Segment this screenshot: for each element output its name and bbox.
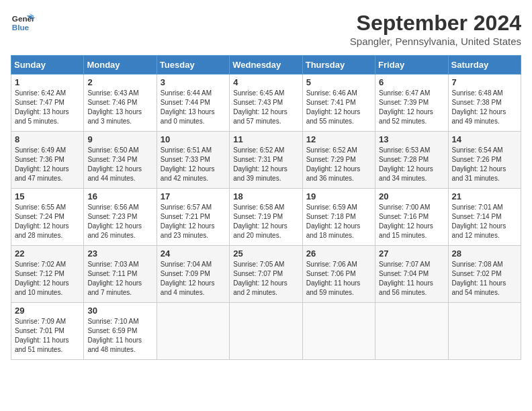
day-info: Sunrise: 7:08 AMSunset: 7:02 PMDaylight:… — [452, 260, 517, 298]
calendar-cell: 11Sunrise: 6:52 AMSunset: 7:31 PMDayligh… — [230, 132, 302, 189]
calendar-cell: 29Sunrise: 7:09 AMSunset: 7:01 PMDayligh… — [11, 303, 84, 360]
header: General Blue September 2024 Spangler, Pe… — [11, 11, 521, 47]
calendar-cell: 7Sunrise: 6:48 AMSunset: 7:38 PMDaylight… — [448, 75, 521, 132]
day-number: 8 — [15, 134, 80, 144]
day-number: 23 — [87, 248, 152, 259]
day-number: 14 — [452, 134, 517, 144]
day-number: 6 — [379, 77, 444, 87]
day-info: Sunrise: 6:46 AMSunset: 7:41 PMDaylight:… — [306, 89, 371, 126]
calendar-cell: 24Sunrise: 7:04 AMSunset: 7:09 PMDayligh… — [157, 246, 229, 303]
day-number: 27 — [379, 248, 444, 259]
calendar-cell: 3Sunrise: 6:44 AMSunset: 7:44 PMDaylight… — [157, 75, 229, 132]
calendar-cell: 10Sunrise: 6:51 AMSunset: 7:33 PMDayligh… — [157, 132, 229, 189]
header-day-tuesday: Tuesday — [157, 56, 229, 75]
day-info: Sunrise: 6:55 AMSunset: 7:24 PMDaylight:… — [15, 203, 80, 240]
calendar-cell: 2Sunrise: 6:43 AMSunset: 7:46 PMDaylight… — [84, 75, 157, 132]
header-day-wednesday: Wednesday — [230, 56, 302, 75]
calendar-cell — [302, 303, 375, 360]
week-row-1: 1Sunrise: 6:42 AMSunset: 7:47 PMDaylight… — [11, 75, 521, 132]
day-info: Sunrise: 6:52 AMSunset: 7:29 PMDaylight:… — [306, 146, 371, 183]
day-number: 11 — [233, 134, 298, 144]
calendar-cell: 22Sunrise: 7:02 AMSunset: 7:12 PMDayligh… — [11, 246, 84, 303]
calendar-cell: 25Sunrise: 7:05 AMSunset: 7:07 PMDayligh… — [230, 246, 302, 303]
day-number: 2 — [87, 77, 152, 87]
calendar-cell: 18Sunrise: 6:58 AMSunset: 7:19 PMDayligh… — [230, 189, 302, 246]
day-info: Sunrise: 7:00 AMSunset: 7:16 PMDaylight:… — [379, 203, 444, 240]
day-number: 24 — [161, 248, 226, 259]
day-number: 16 — [87, 191, 152, 201]
calendar-cell: 16Sunrise: 6:56 AMSunset: 7:23 PMDayligh… — [84, 189, 157, 246]
calendar-cell: 19Sunrise: 6:59 AMSunset: 7:18 PMDayligh… — [302, 189, 375, 246]
calendar-cell: 20Sunrise: 7:00 AMSunset: 7:16 PMDayligh… — [375, 189, 448, 246]
day-info: Sunrise: 6:44 AMSunset: 7:44 PMDaylight:… — [161, 89, 226, 126]
day-number: 9 — [87, 134, 152, 144]
day-number: 26 — [306, 248, 371, 259]
calendar-cell: 23Sunrise: 7:03 AMSunset: 7:11 PMDayligh… — [84, 246, 157, 303]
day-info: Sunrise: 6:48 AMSunset: 7:38 PMDaylight:… — [452, 89, 517, 126]
day-number: 3 — [161, 77, 226, 87]
calendar-cell: 14Sunrise: 6:54 AMSunset: 7:26 PMDayligh… — [448, 132, 521, 189]
day-info: Sunrise: 7:05 AMSunset: 7:07 PMDaylight:… — [233, 260, 298, 298]
day-number: 1 — [15, 77, 80, 87]
calendar-cell: 8Sunrise: 6:49 AMSunset: 7:36 PMDaylight… — [11, 132, 84, 189]
day-number: 5 — [306, 77, 371, 87]
svg-text:Blue: Blue — [12, 23, 30, 32]
week-row-3: 15Sunrise: 6:55 AMSunset: 7:24 PMDayligh… — [11, 189, 521, 246]
day-info: Sunrise: 7:06 AMSunset: 7:06 PMDaylight:… — [306, 260, 371, 298]
day-number: 7 — [452, 77, 517, 87]
calendar-cell: 30Sunrise: 7:10 AMSunset: 6:59 PMDayligh… — [84, 303, 157, 360]
day-number: 20 — [379, 191, 444, 201]
day-info: Sunrise: 6:58 AMSunset: 7:19 PMDaylight:… — [233, 203, 298, 240]
day-number: 29 — [15, 306, 80, 316]
calendar-cell: 26Sunrise: 7:06 AMSunset: 7:06 PMDayligh… — [302, 246, 375, 303]
logo-icon: General Blue — [11, 11, 35, 35]
calendar-cell: 15Sunrise: 6:55 AMSunset: 7:24 PMDayligh… — [11, 189, 84, 246]
header-day-saturday: Saturday — [448, 56, 521, 75]
day-info: Sunrise: 7:01 AMSunset: 7:14 PMDaylight:… — [452, 203, 517, 240]
calendar-cell — [375, 303, 448, 360]
day-number: 19 — [306, 191, 371, 201]
day-info: Sunrise: 6:42 AMSunset: 7:47 PMDaylight:… — [15, 89, 80, 126]
title-block: September 2024 Spangler, Pennsylvania, U… — [350, 11, 521, 47]
calendar-cell: 4Sunrise: 6:45 AMSunset: 7:43 PMDaylight… — [230, 75, 302, 132]
day-number: 17 — [161, 191, 226, 201]
day-info: Sunrise: 7:02 AMSunset: 7:12 PMDaylight:… — [15, 260, 80, 298]
day-info: Sunrise: 6:54 AMSunset: 7:26 PMDaylight:… — [452, 146, 517, 183]
calendar-cell: 9Sunrise: 6:50 AMSunset: 7:34 PMDaylight… — [84, 132, 157, 189]
day-number: 21 — [452, 191, 517, 201]
calendar-cell: 13Sunrise: 6:53 AMSunset: 7:28 PMDayligh… — [375, 132, 448, 189]
day-info: Sunrise: 7:03 AMSunset: 7:11 PMDaylight:… — [87, 260, 152, 298]
day-info: Sunrise: 6:43 AMSunset: 7:46 PMDaylight:… — [87, 89, 152, 126]
calendar-cell — [448, 303, 521, 360]
day-info: Sunrise: 6:53 AMSunset: 7:28 PMDaylight:… — [379, 146, 444, 183]
day-number: 25 — [233, 248, 298, 259]
calendar-cell: 5Sunrise: 6:46 AMSunset: 7:41 PMDaylight… — [302, 75, 375, 132]
calendar-cell: 27Sunrise: 7:07 AMSunset: 7:04 PMDayligh… — [375, 246, 448, 303]
day-info: Sunrise: 7:04 AMSunset: 7:09 PMDaylight:… — [161, 260, 226, 298]
day-info: Sunrise: 6:59 AMSunset: 7:18 PMDaylight:… — [306, 203, 371, 240]
day-info: Sunrise: 6:52 AMSunset: 7:31 PMDaylight:… — [233, 146, 298, 183]
day-number: 15 — [15, 191, 80, 201]
calendar-table: SundayMondayTuesdayWednesdayThursdayFrid… — [11, 55, 521, 360]
day-number: 10 — [161, 134, 226, 144]
day-number: 30 — [87, 306, 152, 316]
calendar-cell: 17Sunrise: 6:57 AMSunset: 7:21 PMDayligh… — [157, 189, 229, 246]
calendar-cell: 6Sunrise: 6:47 AMSunset: 7:39 PMDaylight… — [375, 75, 448, 132]
day-number: 12 — [306, 134, 371, 144]
day-info: Sunrise: 6:49 AMSunset: 7:36 PMDaylight:… — [15, 146, 80, 183]
week-row-5: 29Sunrise: 7:09 AMSunset: 7:01 PMDayligh… — [11, 303, 521, 360]
day-info: Sunrise: 6:51 AMSunset: 7:33 PMDaylight:… — [161, 146, 226, 183]
day-number: 18 — [233, 191, 298, 201]
day-number: 4 — [233, 77, 298, 87]
week-row-2: 8Sunrise: 6:49 AMSunset: 7:36 PMDaylight… — [11, 132, 521, 189]
day-info: Sunrise: 7:09 AMSunset: 7:01 PMDaylight:… — [15, 317, 80, 355]
week-row-4: 22Sunrise: 7:02 AMSunset: 7:12 PMDayligh… — [11, 246, 521, 303]
calendar-header-row: SundayMondayTuesdayWednesdayThursdayFrid… — [11, 56, 521, 75]
day-number: 22 — [15, 248, 80, 259]
day-number: 13 — [379, 134, 444, 144]
calendar-cell: 12Sunrise: 6:52 AMSunset: 7:29 PMDayligh… — [302, 132, 375, 189]
day-info: Sunrise: 6:50 AMSunset: 7:34 PMDaylight:… — [87, 146, 152, 183]
month-title: September 2024 — [350, 11, 521, 36]
logo: General Blue — [11, 11, 35, 35]
day-info: Sunrise: 6:57 AMSunset: 7:21 PMDaylight:… — [161, 203, 226, 240]
